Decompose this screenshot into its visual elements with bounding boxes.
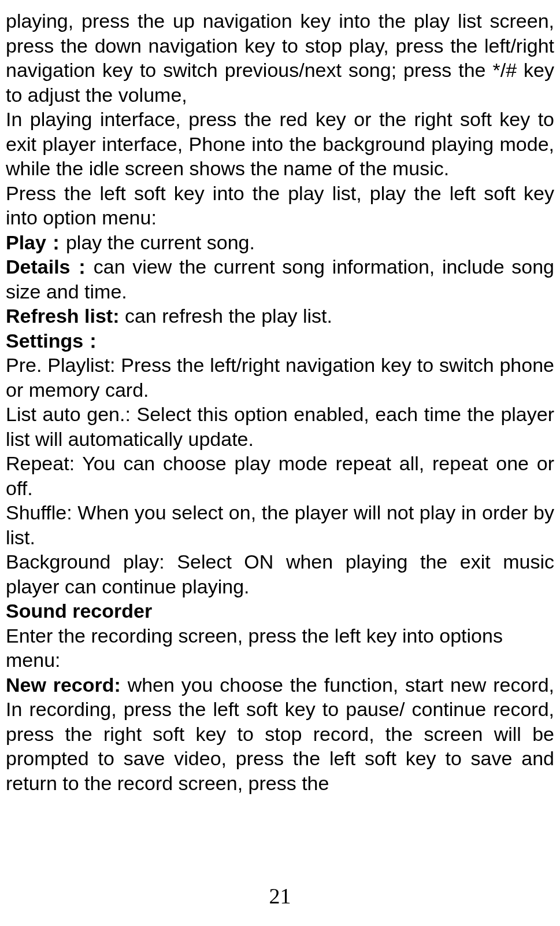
play-label: Play： xyxy=(6,231,66,253)
settings-autogen: List auto gen.: Select this option enabl… xyxy=(6,402,554,451)
sound-recorder-heading: Sound recorder xyxy=(6,599,554,624)
document-content: playing, press the up navigation key int… xyxy=(6,9,554,795)
sound-recorder-label: Sound recorder xyxy=(6,600,152,622)
paragraph-intro-1: playing, press the up navigation key int… xyxy=(6,9,554,107)
paragraph-intro-2: In playing interface, press the red key … xyxy=(6,107,554,181)
page-number: 21 xyxy=(0,883,560,909)
play-item: Play：play the current song. xyxy=(6,230,554,255)
new-record-label: New record: xyxy=(6,674,121,696)
settings-shuffle: Shuffle: When you select on, the player … xyxy=(6,500,554,549)
new-record-item: New record: when you choose the function… xyxy=(6,673,554,796)
play-text: play the current song. xyxy=(66,231,255,253)
settings-background: Background play: Select ON when playing … xyxy=(6,549,554,599)
refresh-label: Refresh list: xyxy=(6,305,120,327)
settings-label-line: Settings： xyxy=(6,329,554,353)
details-item: Details：can view the current song inform… xyxy=(6,254,554,304)
settings-repeat: Repeat: You can choose play mode repeat … xyxy=(6,451,554,500)
refresh-item: Refresh list: can refresh the play list. xyxy=(6,304,554,329)
refresh-text: can refresh the play list. xyxy=(120,305,333,327)
sound-recorder-text: Enter the recording screen, press the le… xyxy=(6,624,554,673)
details-label: Details： xyxy=(6,256,94,278)
settings-playlist: Pre. Playlist: Press the left/right navi… xyxy=(6,353,554,402)
settings-label: Settings： xyxy=(6,330,103,352)
paragraph-intro-3: Press the left soft key into the play li… xyxy=(6,181,554,230)
